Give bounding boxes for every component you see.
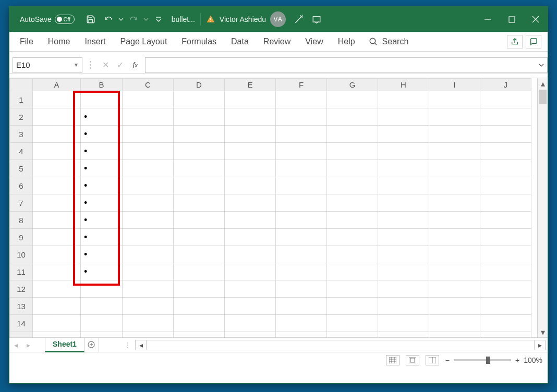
ribbon-tab-page-layout[interactable]: Page Layout	[113, 32, 174, 52]
cell[interactable]	[429, 246, 480, 263]
cell[interactable]	[480, 177, 531, 194]
cancel-icon[interactable]: ✕	[98, 57, 113, 73]
scroll-thumb[interactable]	[539, 90, 547, 104]
cell[interactable]	[378, 194, 429, 212]
cell[interactable]	[276, 332, 327, 338]
grip-icon[interactable]	[86, 61, 95, 69]
new-sheet-button[interactable]	[84, 338, 99, 352]
cell[interactable]	[378, 298, 429, 315]
row-header[interactable]: 7	[10, 194, 33, 212]
column-header[interactable]: F	[276, 79, 327, 91]
undo-icon[interactable]	[100, 7, 117, 32]
cell[interactable]	[276, 194, 327, 212]
cell[interactable]	[174, 91, 225, 108]
enter-icon[interactable]: ✓	[113, 57, 127, 73]
cell[interactable]	[378, 126, 429, 143]
cell[interactable]: •	[81, 143, 123, 160]
cell[interactable]	[33, 280, 81, 298]
cell[interactable]	[480, 298, 531, 315]
cell[interactable]	[123, 91, 174, 108]
cell[interactable]	[225, 108, 276, 126]
view-page-layout-icon[interactable]	[406, 355, 419, 365]
select-all-corner[interactable]	[10, 79, 33, 91]
cell[interactable]	[225, 315, 276, 332]
cell[interactable]	[276, 160, 327, 177]
cell[interactable]	[378, 108, 429, 126]
cell[interactable]	[33, 298, 81, 315]
column-header[interactable]: B	[81, 79, 123, 91]
cell[interactable]	[276, 143, 327, 160]
cell[interactable]: •	[81, 177, 123, 194]
column-header[interactable]: A	[33, 79, 81, 91]
view-normal-icon[interactable]	[386, 355, 399, 365]
cell[interactable]	[276, 298, 327, 315]
cell[interactable]	[276, 126, 327, 143]
cell[interactable]	[378, 263, 429, 280]
column-header[interactable]: H	[378, 79, 429, 91]
cell[interactable]	[429, 177, 480, 194]
cell[interactable]	[429, 315, 480, 332]
cell[interactable]	[174, 229, 225, 246]
cell[interactable]	[378, 160, 429, 177]
cell[interactable]	[123, 194, 174, 212]
row-header[interactable]: 12	[10, 280, 33, 298]
cell[interactable]	[225, 143, 276, 160]
cell[interactable]	[33, 212, 81, 229]
close-button[interactable]	[524, 7, 548, 32]
ribbon-tab-file[interactable]: File	[13, 32, 41, 52]
cell[interactable]	[480, 91, 531, 108]
row-header[interactable]: 8	[10, 212, 33, 229]
share-button[interactable]	[507, 35, 523, 48]
cell[interactable]	[378, 91, 429, 108]
cell[interactable]	[480, 332, 531, 338]
cell[interactable]	[429, 91, 480, 108]
cell[interactable]	[276, 263, 327, 280]
scroll-up-icon[interactable]: ▴	[538, 78, 548, 89]
zoom-slider[interactable]	[454, 359, 511, 361]
cell[interactable]	[225, 212, 276, 229]
cell[interactable]	[174, 246, 225, 263]
cell[interactable]	[33, 160, 81, 177]
cell[interactable]	[327, 108, 378, 126]
ribbon-tab-insert[interactable]: Insert	[77, 32, 113, 52]
cell[interactable]	[174, 177, 225, 194]
column-header[interactable]: G	[327, 79, 378, 91]
cell[interactable]	[327, 126, 378, 143]
user-account[interactable]: Victor Ashiedu VA	[220, 11, 286, 27]
cell[interactable]	[378, 246, 429, 263]
cell[interactable]	[480, 212, 531, 229]
hscroll-track[interactable]	[147, 340, 534, 350]
fx-icon[interactable]: fx	[127, 60, 143, 69]
cell[interactable]	[174, 126, 225, 143]
cell[interactable]	[378, 315, 429, 332]
cell[interactable]	[480, 194, 531, 212]
name-box-dropdown-icon[interactable]: ▼	[74, 62, 79, 68]
cell[interactable]	[378, 212, 429, 229]
cell[interactable]	[327, 229, 378, 246]
cell[interactable]	[429, 298, 480, 315]
cell[interactable]	[480, 126, 531, 143]
row-header[interactable]: 9	[10, 229, 33, 246]
cell[interactable]	[81, 91, 123, 108]
row-header[interactable]: 6	[10, 177, 33, 194]
cell[interactable]	[480, 315, 531, 332]
sheet-nav-prev-icon[interactable]: ◂	[9, 341, 22, 349]
row-header[interactable]: 13	[10, 298, 33, 315]
cell[interactable]	[327, 212, 378, 229]
cell[interactable]	[33, 315, 81, 332]
zoom-out-icon[interactable]: −	[445, 356, 450, 364]
row-header[interactable]: 2	[10, 108, 33, 126]
cell[interactable]	[123, 246, 174, 263]
cell[interactable]	[327, 91, 378, 108]
row-header[interactable]: 15	[10, 332, 33, 338]
autosave-toggle[interactable]: AutoSave Off	[9, 15, 82, 24]
cell[interactable]	[123, 332, 174, 338]
cell[interactable]	[33, 263, 81, 280]
row-header[interactable]: 14	[10, 315, 33, 332]
cell[interactable]	[225, 126, 276, 143]
name-box[interactable]: E10 ▼	[13, 57, 82, 73]
cell[interactable]	[429, 194, 480, 212]
cell[interactable]: •	[81, 212, 123, 229]
coming-soon-icon[interactable]	[290, 7, 308, 32]
ribbon-tab-home[interactable]: Home	[41, 32, 78, 52]
